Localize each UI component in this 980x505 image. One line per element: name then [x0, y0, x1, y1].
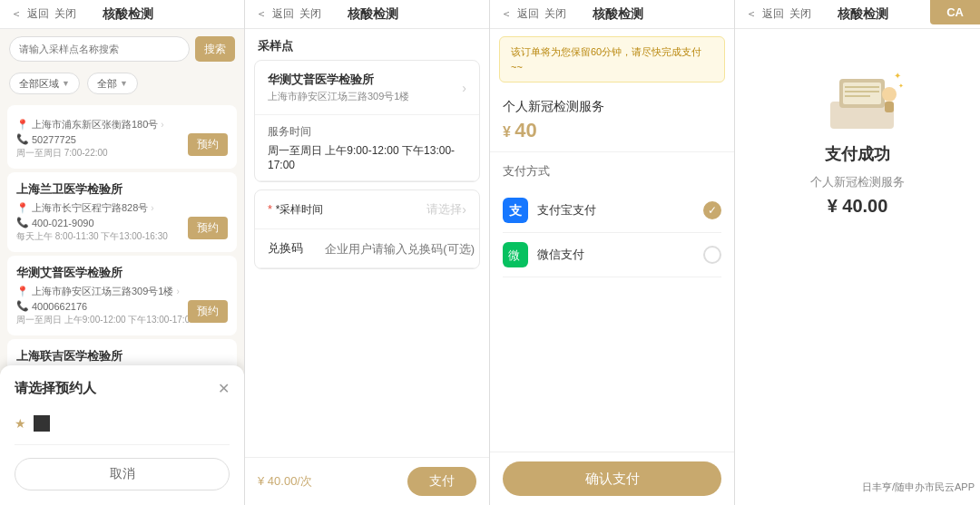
yen-symbol: ¥ — [503, 124, 514, 140]
chevron-right-icon: › — [462, 81, 466, 95]
required-star: * — [268, 202, 272, 216]
clinic-detail-row[interactable]: 华测艾普医学检验所 上海市静安区江场三路309号1楼 › — [255, 61, 479, 115]
person-select-popup: 请选择预约人 ✕ ★ 取消 — [0, 365, 244, 505]
redeem-input[interactable] — [322, 242, 475, 256]
nav-arrow: › — [161, 120, 163, 130]
close-label-1[interactable]: 关闭 — [54, 6, 76, 22]
success-content: ✦ ✦ 支付成功 个人新冠检测服务 ¥ 40.00 — [735, 29, 980, 217]
service-time-value: 周一至周日 上午9:00-12:00 下午13:00-17:00 — [268, 143, 466, 171]
wechat-label: 微信支付 — [537, 247, 703, 263]
sample-time-row: * *采样时间 请选择 › — [255, 190, 479, 229]
alipay-check: ✓ — [703, 201, 721, 219]
detail-clinic-addr: 上海市静安区江场三路309号1楼 — [268, 90, 409, 103]
svg-text:支: 支 — [508, 203, 523, 218]
nav-back-3[interactable]: ＜ 返回 关闭 — [501, 6, 566, 22]
service-time-label: 服务时间 — [268, 124, 466, 140]
filter-region[interactable]: 全部区域 ▼ — [9, 73, 80, 94]
popup-title: 请选择预约人 — [15, 380, 96, 397]
panel-success: ＜ 返回 关闭 核酸检测 ✦ ✦ — [735, 0, 980, 505]
svg-text:✦: ✦ — [898, 83, 904, 89]
service-time-row: 服务时间 周一至周日 上午9:00-12:00 下午13:00-17:00 — [255, 115, 479, 181]
phone-icon: 📞 — [16, 217, 29, 228]
alipay-method[interactable]: 支 支付宝支付 ✓ — [503, 189, 721, 233]
clinic-address: 📍 上海市静安区江场三路309号1楼 › — [16, 285, 228, 298]
back-arrow-icon-2: ＜ — [256, 6, 267, 22]
divider — [490, 151, 734, 152]
nav-back-4[interactable]: ＜ 返回 关闭 — [746, 6, 811, 22]
service-name: 个人新冠检测服务 — [503, 99, 721, 115]
list-item: 上海兰卫医学检验所 📍 上海市长宁区程宁路828号 › 📞 400-021-90… — [7, 172, 237, 252]
list-item: 华测艾普医学检验所 📍 上海市静安区江场三路309号1楼 › 📞 4000662… — [7, 256, 237, 335]
nav-bar-2: ＜ 返回 关闭 核酸检测 — [245, 0, 489, 29]
page-title-1: 核酸检测 — [76, 6, 179, 23]
location-icon: 📍 — [16, 202, 29, 214]
success-title: 支付成功 — [825, 143, 890, 165]
sample-point-label: 采样点 — [245, 29, 489, 60]
page-title-3: 核酸检测 — [566, 6, 669, 23]
appoint-button[interactable]: 预约 — [188, 300, 228, 323]
appoint-button[interactable]: 预约 — [188, 217, 228, 239]
ca-badge: CA — [930, 0, 980, 24]
search-input[interactable] — [9, 36, 190, 62]
location-icon: 📍 — [16, 119, 29, 131]
sample-time-placeholder[interactable]: 请选择 — [323, 201, 462, 218]
sample-time-label: * *采样时间 — [268, 202, 323, 218]
location-icon: 📍 — [16, 286, 29, 297]
person-item[interactable]: ★ — [15, 410, 230, 437]
page-title-4: 核酸检测 — [811, 6, 915, 23]
wechat-method[interactable]: 微 微信支付 — [503, 233, 721, 277]
search-button[interactable]: 搜索 — [195, 36, 235, 62]
svg-rect-4 — [843, 83, 881, 104]
clinic-detail-card: 华测艾普医学检验所 上海市静安区江场三路309号1楼 › 服务时间 周一至周日 … — [254, 60, 480, 182]
nav-back-2[interactable]: ＜ 返回 关闭 — [256, 6, 321, 22]
back-label-1[interactable]: 返回 — [27, 6, 49, 22]
clinic-address: 📍 上海市浦东新区张衡路180号 › — [16, 118, 228, 131]
success-service: 个人新冠检测服务 — [810, 174, 905, 190]
payment-footer: 确认支付 — [490, 452, 734, 505]
phone-icon: 📞 — [16, 300, 29, 312]
booking-footer: ¥ 40.00/次 支付 — [245, 457, 489, 505]
clinic-name: 华测艾普医学检验所 — [16, 265, 228, 281]
cancel-button[interactable]: 取消 — [15, 458, 230, 490]
list-item: 📍 上海市浦东新区张衡路180号 › 📞 50277725 周一至周日 7:00… — [7, 105, 237, 169]
appoint-button[interactable]: 预约 — [188, 133, 228, 156]
payment-warning: 该订单将为您保留60分钟，请尽快完成支付~~ — [499, 36, 725, 83]
service-price: ¥ 40 — [503, 119, 721, 142]
chevron-down-icon-2: ▼ — [120, 79, 128, 88]
price-label: ¥ 40.00/次 — [258, 473, 312, 490]
watermark: 日丰亨/随申办市民云APP — [857, 479, 980, 496]
filter-bar: 全部区域 ▼ 全部 ▼ — [0, 69, 244, 98]
wechat-icon: 微 — [503, 242, 528, 267]
search-bar: 搜索 — [0, 29, 244, 69]
pay-button[interactable]: 支付 — [407, 467, 476, 496]
svg-point-8 — [882, 87, 897, 102]
person-avatar — [34, 415, 50, 432]
phone-icon: 📞 — [16, 133, 29, 145]
panel-booking-detail: ＜ 返回 关闭 核酸检测 采样点 华测艾普医学检验所 上海市静安区江场三路309… — [245, 0, 490, 505]
panel-clinic-list: ＜ 返回 关闭 核酸检测 搜索 全部区域 ▼ 全部 ▼ 📍 上海市浦东新区张衡路… — [0, 0, 245, 505]
payment-methods: 支付方式 支 支付宝支付 ✓ 微 微信支付 — [490, 156, 734, 285]
clinic-name: 上海联吉医学检验所 — [16, 348, 228, 364]
filter-type[interactable]: 全部 ▼ — [87, 73, 138, 94]
success-illustration: ✦ ✦ — [812, 56, 903, 129]
panel-payment: ＜ 返回 关闭 核酸检测 该订单将为您保留60分钟，请尽快完成支付~~ 个人新冠… — [490, 0, 735, 505]
back-arrow-icon-3: ＜ — [501, 6, 512, 22]
back-arrow-icon: ＜ — [11, 6, 22, 22]
popup-footer: 取消 — [15, 444, 230, 490]
redeem-row: 兑换码 — [255, 229, 479, 268]
alipay-label: 支付宝支付 — [537, 202, 703, 219]
popup-header: 请选择预约人 ✕ — [15, 380, 230, 397]
success-price: ¥ 40.00 — [828, 196, 888, 217]
confirm-pay-button[interactable]: 确认支付 — [503, 461, 721, 496]
service-info: 个人新冠检测服务 ¥ 40 — [490, 90, 734, 148]
chevron-down-icon: ▼ — [62, 79, 70, 88]
page-title-2: 核酸检测 — [321, 6, 424, 23]
nav-back-1[interactable]: ＜ 返回 关闭 — [11, 6, 76, 22]
form-card: * *采样时间 请选择 › 兑换码 — [254, 189, 480, 269]
alipay-icon: 支 — [503, 198, 528, 223]
wechat-check — [703, 246, 721, 264]
nav-bar-3: ＜ 返回 关闭 核酸检测 — [490, 0, 734, 29]
redeem-label: 兑换码 — [268, 240, 322, 257]
clinic-name: 上海兰卫医学检验所 — [16, 181, 228, 198]
close-icon[interactable]: ✕ — [218, 380, 230, 397]
